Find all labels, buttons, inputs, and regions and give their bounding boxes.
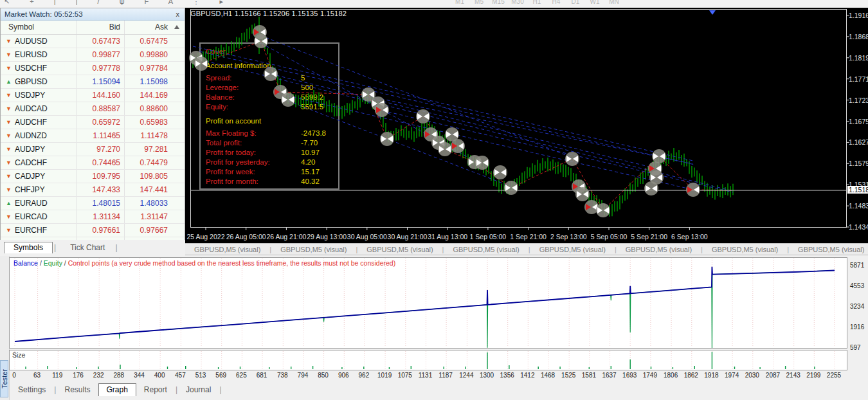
info-value: 10.97 bbox=[301, 148, 320, 158]
tab-results[interactable]: Results bbox=[57, 384, 98, 396]
chart-tab[interactable]: GBPUSD,M5 (visual) bbox=[357, 246, 442, 253]
tab-journal[interactable]: Journal bbox=[178, 384, 219, 396]
tab-settings[interactable]: Settings bbox=[10, 384, 53, 396]
market-watch-row[interactable]: ▼CADCHF0.744650.74479 bbox=[1, 156, 185, 170]
chart-tab[interactable]: GBPUSD,M5 (visual) bbox=[789, 246, 868, 253]
market-watch-row[interactable]: ▼USDCHF0.977780.97784 bbox=[1, 62, 185, 75]
market-watch-row[interactable]: ▼AUDNZD1.114651.11478 bbox=[1, 129, 185, 143]
tester-x-label: 1749 bbox=[643, 372, 657, 379]
market-watch-row[interactable]: ▼EURCAD1.311341.31147 bbox=[1, 210, 185, 224]
market-watch-row[interactable]: ▼USDJPY144.160144.169 bbox=[1, 89, 185, 102]
chart-tab[interactable]: GBPUSD,M5 (visual) bbox=[617, 246, 701, 253]
market-watch-row[interactable]: ▼AUDCAD0.885870.88600 bbox=[1, 102, 185, 116]
trade-marker bbox=[416, 109, 430, 123]
tester-x-label: 344 bbox=[134, 372, 145, 379]
tester-x-label: 1974 bbox=[725, 372, 739, 379]
tester-x-label: 119 bbox=[52, 372, 62, 379]
trade-marker bbox=[445, 127, 459, 141]
tester-x-label: 1806 bbox=[664, 372, 678, 379]
ask-value: 144.169 bbox=[124, 89, 172, 102]
info-row: Balance:5599.2 bbox=[206, 93, 333, 102]
market-watch-row[interactable]: ▼AUDUSD0.674730.67475 bbox=[1, 35, 185, 48]
scroll-up-icon[interactable] bbox=[172, 21, 183, 34]
market-watch-row[interactable]: ▼EURCHF0.976610.97667 bbox=[1, 224, 185, 237]
tester-x-label: 2199 bbox=[806, 372, 820, 379]
tester-x-label: 232 bbox=[93, 372, 104, 379]
tab-tick-chart[interactable]: Tick Chart bbox=[61, 242, 114, 253]
symbol-name: USDJPY bbox=[15, 89, 45, 102]
tab-graph[interactable]: Graph bbox=[98, 383, 136, 396]
close-icon[interactable]: x bbox=[175, 10, 181, 18]
tester-x-label: 1131 bbox=[419, 372, 433, 379]
ask-value: 1.31147 bbox=[124, 210, 172, 223]
market-watch-row[interactable]: ▼AUDJPY97.27097.281 bbox=[1, 143, 185, 156]
chart-tab[interactable]: GBPUSD,M5 (visual) bbox=[703, 246, 787, 253]
market-watch-row[interactable]: ▼CADJPY109.795109.805 bbox=[1, 170, 185, 183]
market-watch-row[interactable]: ▼EURUSD0.998770.99880 bbox=[1, 48, 185, 62]
info-value: 5591.5 bbox=[301, 102, 323, 112]
arrow-down-icon: ▼ bbox=[6, 116, 15, 129]
tester-x-label: 1356 bbox=[500, 372, 514, 379]
arrow-down-icon: ▼ bbox=[6, 129, 15, 142]
timeframe-h4[interactable]: H4 bbox=[547, 0, 566, 5]
profit-section-title: Profit on account bbox=[206, 116, 333, 126]
tester-x-label: 1468 bbox=[541, 372, 555, 379]
chart-tab[interactable]: GBPUSD,M5 (visual) bbox=[530, 246, 615, 253]
timeframe-h1[interactable]: H1 bbox=[527, 0, 547, 5]
chart-tab[interactable]: GBPUSD,M5 (visual) bbox=[271, 246, 356, 253]
market-watch-row[interactable]: ▲GBPUSD1.150941.15098 bbox=[1, 75, 185, 89]
timeframe-m15[interactable]: M15 bbox=[489, 0, 508, 5]
info-row: Profit for week:15.17 bbox=[206, 167, 333, 177]
tester-graph[interactable]: Balance / Equity / Control points (a ver… bbox=[9, 257, 847, 349]
ask-value: 97.281 bbox=[124, 143, 172, 156]
time-tick-label: 1 Sep 21:00 bbox=[510, 233, 547, 241]
symbol-name: AUDNZD bbox=[15, 129, 47, 142]
tester-vertical-tab[interactable]: Tester bbox=[0, 360, 8, 397]
market-watch-row[interactable]: ▼AUDCHF0.659720.65983 bbox=[1, 116, 185, 129]
bid-value: 109.795 bbox=[77, 170, 124, 183]
trade-marker bbox=[493, 165, 507, 179]
market-watch-row[interactable]: ▼CHFJPY147.433147.441 bbox=[1, 183, 185, 197]
trade-marker bbox=[572, 179, 586, 194]
timeframe-d1[interactable]: D1 bbox=[566, 0, 585, 5]
bid-value: 1.15094 bbox=[77, 75, 124, 88]
current-price-label: 1.1518 bbox=[847, 186, 868, 194]
trade-marker bbox=[686, 183, 700, 197]
symbol-name: CHFJPY bbox=[15, 183, 45, 196]
timeframe-m5[interactable]: M5 bbox=[469, 0, 489, 5]
arrow-down-icon: ▼ bbox=[6, 170, 15, 183]
ask-value: 1.48033 bbox=[124, 197, 172, 210]
tester-x-label: 1862 bbox=[684, 372, 698, 379]
tester-x-label: 2030 bbox=[745, 372, 759, 379]
tester-x-label: 2143 bbox=[786, 372, 800, 379]
timeframe-mn[interactable]: MN bbox=[604, 0, 624, 5]
tester-x-label: 513 bbox=[195, 372, 206, 379]
symbol-name: EURUSD bbox=[15, 48, 48, 61]
tester-x-label: 288 bbox=[113, 372, 124, 379]
trade-marker bbox=[648, 161, 662, 176]
price-tick-label: 1.1916 bbox=[849, 12, 868, 19]
tab-report[interactable]: Report bbox=[136, 384, 175, 396]
price-chart[interactable]: Cover Account information Spread:5Levera… bbox=[185, 8, 868, 243]
trade-marker bbox=[361, 87, 375, 102]
chart-tab[interactable]: GBPUSD,M5 (visual) bbox=[185, 246, 269, 253]
price-tick-label: 1.1819 bbox=[849, 54, 868, 62]
chart-tab[interactable]: GBPUSD,M5 (visual) bbox=[444, 246, 528, 253]
bid-value: 1.31134 bbox=[77, 210, 124, 223]
trade-marker bbox=[649, 170, 664, 185]
info-value: -2473.8 bbox=[301, 129, 326, 138]
tester-x-label: 738 bbox=[277, 372, 288, 379]
trade-marker bbox=[565, 152, 579, 166]
tab-symbols[interactable]: Symbols bbox=[4, 242, 53, 253]
symbol-name: AUDUSD bbox=[15, 35, 48, 48]
trade-marker bbox=[596, 203, 610, 217]
trade-marker bbox=[424, 127, 438, 141]
market-watch-row[interactable]: ▲EURAUD1.480151.48033 bbox=[1, 197, 185, 210]
arrow-up-icon: ▲ bbox=[6, 197, 15, 210]
timeframe-w1[interactable]: W1 bbox=[585, 0, 604, 5]
ask-value: 0.97667 bbox=[124, 224, 172, 237]
symbol-name: USDCHF bbox=[15, 62, 47, 75]
timeframe-m1[interactable]: M1 bbox=[450, 0, 469, 5]
timeframe-m30[interactable]: M30 bbox=[508, 0, 527, 5]
tester-side-strip: Tester bbox=[0, 256, 10, 400]
